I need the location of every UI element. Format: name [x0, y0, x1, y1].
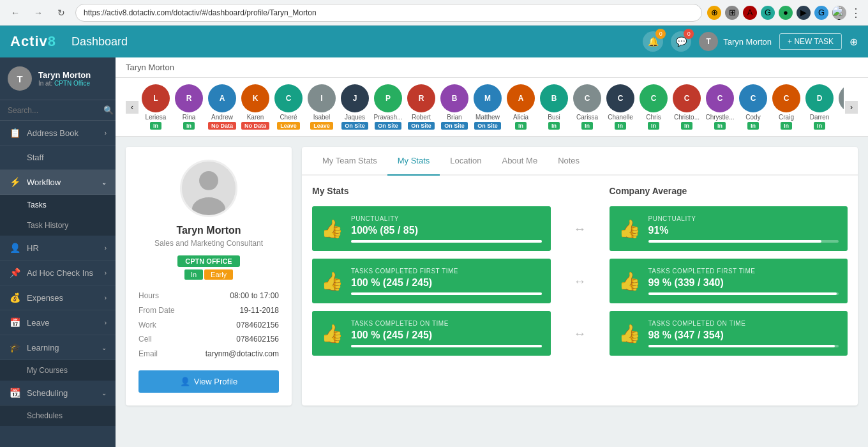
main-layout: T Taryn Morton In at: CPTN Office 🔍 📋 [0, 57, 868, 447]
ext-icon-3[interactable]: A [743, 6, 757, 20]
sidebar-subitem-task-history[interactable]: Task History [0, 215, 116, 236]
ext-icon-5[interactable]: ● [779, 6, 793, 20]
messages-button[interactable]: 💬 0 [671, 31, 691, 52]
view-profile-button[interactable]: 👤 View Profile [138, 370, 279, 393]
ext-icon-6[interactable]: ▶ [797, 6, 811, 20]
avatar-item[interactable]: DDeidreIn [837, 84, 844, 130]
address-bar[interactable]: https://activ8.dotactiv.com/dotactiv/#/d… [75, 4, 702, 22]
tab-notes[interactable]: Notes [548, 147, 590, 176]
my-stats-col-header: My Stats [312, 186, 551, 196]
stat-value: 99 % (339 / 340) [648, 277, 839, 289]
notifications-button[interactable]: 🔔 0 [643, 31, 663, 52]
sidebar-item-scheduling[interactable]: 📆 Scheduling ⌄ [0, 381, 116, 405]
avatar-item[interactable]: KKarenNo Data [239, 84, 271, 130]
sidebar-user-name: Taryn Morton [38, 70, 91, 80]
stats-content: My Stats Company Average 👍 PUNCTUALITY [302, 176, 858, 366]
stat-bar [648, 240, 839, 243]
my-stat-card-0: 👍 PUNCTUALITY 100% (85 / 85) [312, 206, 551, 251]
avatar-item[interactable]: BBrianOn Site [438, 84, 470, 130]
tasks-label: Tasks [27, 201, 47, 209]
avatar-item[interactable]: CChristo...In [671, 84, 703, 130]
sidebar-item-staff-left: Staff [9, 153, 44, 162]
leave-icon: 📅 [9, 317, 20, 328]
avatar-item[interactable]: CCodyIn [737, 84, 769, 130]
stats-tabs: My Team Stats My Stats Location About Me [302, 147, 858, 176]
header-actions: 🔔 0 💬 0 T Taryn Morton + NEW TASK ⊕ [643, 31, 858, 52]
sidebar-item-address-book[interactable]: 📋 Address Book › [0, 121, 116, 146]
avatar-item[interactable]: CCheréLeave [273, 84, 304, 130]
thumbs-up-icon: 👍 [321, 323, 343, 344]
back-button[interactable]: ← [6, 4, 24, 22]
stat-bar [351, 240, 542, 243]
tab-my-team-stats[interactable]: My Team Stats [312, 147, 387, 176]
status-badge: In [615, 122, 626, 130]
sidebar-item-expenses[interactable]: 💰 Expenses › [0, 285, 116, 310]
location-label: Location [450, 156, 481, 165]
sidebar-avatar: T [8, 66, 32, 91]
browser-chrome: ← → ↻ https://activ8.dotactiv.com/dotact… [0, 0, 868, 26]
refresh-button[interactable]: ↻ [52, 4, 70, 22]
avatar-item[interactable]: DDarrenIn [804, 84, 835, 130]
avatar-name: Matthew [475, 114, 500, 121]
avatar-item[interactable]: RRobertOn Site [405, 84, 437, 130]
sidebar-item-hr[interactable]: 👤 HR › [0, 236, 116, 261]
avatar-item[interactable]: CChanelleIn [604, 84, 636, 130]
company-stat-card-0: 👍 PUNCTUALITY 91% [610, 206, 848, 251]
sidebar-nav: 📋 Address Book › Staff ⚡ Workflow [0, 121, 116, 447]
ext-icon-1[interactable]: ⊕ [707, 6, 721, 20]
sidebar-item-workflow[interactable]: ⚡ Workflow ⌄ [0, 170, 116, 195]
tab-about-me[interactable]: About Me [491, 147, 548, 176]
menu-icon[interactable]: ⋮ [850, 6, 862, 20]
sidebar-user-office: CPTN Office [54, 80, 90, 87]
avatar-strip-prev-button[interactable]: ‹ [126, 101, 138, 114]
avatar-item[interactable]: BBusiIn [538, 84, 570, 130]
avatar-item[interactable]: CChrystle...In [704, 84, 736, 130]
sidebar-subitem-my-courses[interactable]: My Courses [0, 360, 116, 381]
ext-icon-7[interactable]: G [814, 6, 828, 20]
user-profile-icon: 👤 [180, 377, 190, 386]
stat-bar-fill [648, 345, 835, 347]
workflow-icon: ⚡ [9, 177, 20, 187]
forward-button[interactable]: → [29, 4, 47, 22]
sidebar-item-staff[interactable]: Staff [0, 146, 116, 170]
new-task-button[interactable]: + NEW TASK [779, 33, 842, 50]
avatar-item[interactable]: CCarissaIn [571, 84, 603, 130]
sidebar-subitem-schedules[interactable]: Schedules [0, 405, 116, 426]
sidebar-item-adhoc[interactable]: 📌 Ad Hoc Check Ins › [0, 261, 116, 285]
sidebar-item-leave[interactable]: 📅 Leave › [0, 310, 116, 335]
avatar-item[interactable]: PPravash...On Site [372, 84, 404, 130]
tab-my-stats[interactable]: My Stats [387, 147, 440, 176]
avatar-item[interactable]: IIsabelLeave [306, 84, 338, 130]
avatar-item[interactable]: LLeriesaIn [140, 84, 172, 130]
sidebar-item-learning[interactable]: 🎓 Learning ⌄ [0, 335, 116, 360]
status-badge: In [681, 122, 692, 130]
share-button[interactable]: ⊕ [849, 36, 858, 48]
avatar-name: Deidre [843, 114, 844, 121]
logo-number: 8 [48, 33, 56, 49]
avatar-name: Robert [412, 114, 431, 121]
adhoc-chevron-icon: › [105, 269, 107, 277]
tab-location[interactable]: Location [440, 147, 491, 176]
avatar-item[interactable]: AAndrewNo Data [206, 84, 238, 130]
sidebar-search-input[interactable] [8, 106, 103, 115]
avatar-item[interactable]: AAliciaIn [505, 84, 537, 130]
avatar-strip-next-button[interactable]: › [845, 101, 858, 114]
ext-icon-4[interactable]: G [761, 6, 775, 20]
user-icon[interactable] [832, 6, 846, 20]
status-badge: In [183, 122, 195, 130]
hours-value: 08:00 to 17:00 [230, 289, 279, 303]
from-date-value: 19-11-2018 [240, 303, 279, 318]
status-badge: On Site [408, 122, 435, 130]
avatar-item[interactable]: JJaquesOn Site [339, 84, 371, 130]
avatar-item[interactable]: CCraigIn [770, 84, 802, 130]
scheduling-icon: 📆 [9, 388, 20, 398]
avatar-item[interactable]: MMatthewOn Site [472, 84, 504, 130]
time-in-badge: In [184, 269, 203, 280]
sidebar-user-status: In at: CPTN Office [38, 80, 91, 87]
avatar-item[interactable]: CChrisIn [638, 84, 670, 130]
app-header: Activ8 Dashboard 🔔 0 💬 0 T Taryn Morton … [0, 26, 868, 57]
ext-icon-2[interactable]: ⊞ [725, 6, 739, 20]
sidebar-subitem-tasks[interactable]: Tasks [0, 195, 116, 215]
email-link[interactable]: tarynm@dotactiv.com [206, 347, 279, 361]
avatar-item[interactable]: RRinaIn [173, 84, 205, 130]
